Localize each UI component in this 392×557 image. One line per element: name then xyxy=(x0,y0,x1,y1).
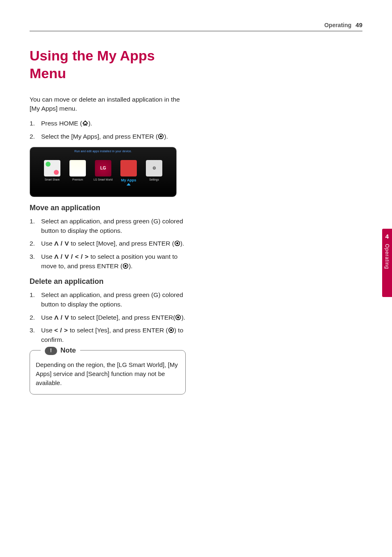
step-text: Select an application, and press green (… xyxy=(41,291,183,308)
svg-point-1 xyxy=(160,135,162,137)
note-label: Note xyxy=(60,346,76,356)
screenshot-banner: Run and edit apps installed in your devi… xyxy=(30,150,176,153)
enter-icon xyxy=(158,133,164,139)
selection-arrow-icon xyxy=(127,183,131,186)
page-header: Operating 49 xyxy=(30,21,362,31)
move-steps: 1. Select an application, and press gree… xyxy=(30,216,186,271)
enter-icon xyxy=(175,314,181,320)
page-title: Using the My Apps Menu xyxy=(30,47,186,82)
delete-steps: 1. Select an application, and press gree… xyxy=(30,290,186,344)
delete-heading: Delete an application xyxy=(30,277,186,286)
move-heading: Move an application xyxy=(30,204,186,212)
note-icon: ! xyxy=(45,347,57,355)
main-column: Using the My Apps Menu You can move or d… xyxy=(30,47,186,395)
step-text: Select an application, and press green (… xyxy=(41,218,183,234)
tile-settings: ⚙Settings xyxy=(143,160,165,186)
step-text: Use xyxy=(41,253,54,260)
direction-symbols: < / > xyxy=(54,327,68,334)
screenshot-tiles: Smart Share Premium LGLG Smart World My … xyxy=(30,160,176,186)
step-text: ). xyxy=(88,120,92,127)
enter-icon xyxy=(174,240,180,246)
step-number: 3. xyxy=(30,325,35,335)
step-number: 1. xyxy=(30,290,35,299)
list-item: 1. Select an application, and press gree… xyxy=(30,290,186,309)
svg-point-7 xyxy=(177,316,179,318)
note-body: Depending on the region, the [LG Smart W… xyxy=(36,360,180,387)
tile-premium: Premium xyxy=(67,160,88,186)
header-page-number: 49 xyxy=(355,21,362,28)
list-item: 1. Select an application, and press gree… xyxy=(30,216,186,236)
note-box: ! Note Depending on the region, the [LG … xyxy=(30,350,186,394)
step-number: 2. xyxy=(30,132,35,141)
tile-label: My Apps xyxy=(118,178,139,182)
svg-point-9 xyxy=(170,329,172,331)
chapter-number: 4 xyxy=(385,233,389,240)
svg-point-3 xyxy=(176,242,178,244)
step-text: to select [Move], and press ENTER ( xyxy=(69,240,174,247)
enter-icon xyxy=(168,327,174,333)
step-text: ). xyxy=(129,262,132,269)
tile-lg-smart-world: LGLG Smart World xyxy=(92,160,114,186)
header-section: Operating xyxy=(324,22,351,28)
step-text: ). xyxy=(180,240,184,247)
tile-label: Premium xyxy=(67,178,88,181)
direction-symbols: Λ / V xyxy=(54,240,69,247)
list-item: 3. Use Λ / V / < / > to select a positio… xyxy=(30,252,186,271)
step-text: ). xyxy=(181,314,185,321)
step-text: Use xyxy=(41,327,54,334)
step-text: ). xyxy=(164,133,168,140)
list-item: 1. Press HOME (). xyxy=(30,118,186,128)
step-number: 2. xyxy=(30,239,35,248)
list-item: 3. Use < / > to select [Yes], and press … xyxy=(30,325,186,345)
intro-text: You can move or delete an installed appl… xyxy=(30,95,186,113)
chapter-name: Operating xyxy=(384,244,390,269)
step-number: 2. xyxy=(30,313,35,322)
step-text: Use xyxy=(41,314,54,321)
tile-smart-share: Smart Share xyxy=(42,160,63,186)
tile-label: Smart Share xyxy=(42,178,63,181)
direction-symbols: Λ / V / < / > xyxy=(54,253,89,260)
tile-label: LG Smart World xyxy=(92,178,114,181)
initial-steps: 1. Press HOME (). 2. Select the [My Apps… xyxy=(30,118,186,141)
step-text: Use xyxy=(41,240,54,247)
step-number: 1. xyxy=(30,216,35,226)
note-tag: ! Note xyxy=(41,346,80,356)
tile-my-apps: My Apps xyxy=(118,160,139,186)
list-item: 2. Use Λ / V to select [Move], and press… xyxy=(30,239,186,248)
home-icon xyxy=(82,120,88,126)
step-text: Select the [My Apps], and press ENTER ( xyxy=(41,133,158,140)
step-number: 3. xyxy=(30,252,35,261)
enter-icon xyxy=(122,263,129,269)
direction-symbols: Λ / V xyxy=(54,314,69,321)
list-item: 2. Use Λ / V to select [Delete], and pre… xyxy=(30,313,186,322)
step-text: to select [Yes], and press ENTER ( xyxy=(68,327,168,334)
svg-point-5 xyxy=(125,265,127,267)
step-text: Press HOME ( xyxy=(41,120,82,127)
list-item: 2. Select the [My Apps], and press ENTER… xyxy=(30,132,186,141)
ui-screenshot: Run and edit apps installed in your devi… xyxy=(30,147,177,197)
tile-label: Settings xyxy=(143,178,165,181)
side-chapter-tab: 4 Operating xyxy=(382,229,392,297)
step-text: to select [Delete], and press ENTER( xyxy=(69,314,175,321)
step-number: 1. xyxy=(30,118,35,128)
